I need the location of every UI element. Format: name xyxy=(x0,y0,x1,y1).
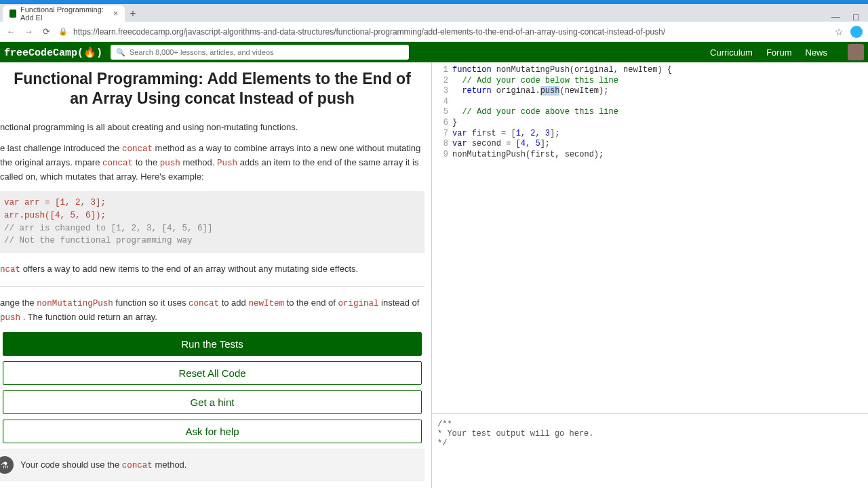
get-hint-button[interactable]: Get a hint xyxy=(3,390,422,414)
reload-icon[interactable]: ⟳ xyxy=(41,26,52,37)
code-example: var arr = [1, 2, 3]; arr.push([4, 5, 6])… xyxy=(0,191,425,253)
site-header: freeCodeCamp(🔥) 🔍 Curriculum Forum News xyxy=(0,42,868,62)
lock-icon: 🔒 xyxy=(58,27,68,36)
lesson-paragraph: ncat offers a way to add new items to th… xyxy=(0,262,425,277)
bookmark-star-icon[interactable]: ☆ xyxy=(835,26,844,37)
profile-icon[interactable] xyxy=(850,26,863,38)
flask-icon: ⚗ xyxy=(0,456,14,474)
page-title: Functional Programming: Add Elements to … xyxy=(0,69,425,117)
window-controls: — ◻ xyxy=(831,12,868,22)
test-item: ⚗Your code should use the concat method. xyxy=(0,449,425,481)
code-area[interactable]: function nonMutatingPush(original, newIt… xyxy=(452,65,868,413)
back-icon[interactable]: ← xyxy=(5,26,16,37)
tab-favicon xyxy=(9,9,16,18)
lesson-paragraph: nctional programming is all about creati… xyxy=(0,121,425,134)
line-gutter: 123456789 xyxy=(432,65,452,413)
code-editor[interactable]: 123456789 function nonMutatingPush(origi… xyxy=(432,62,868,413)
forward-icon[interactable]: → xyxy=(23,26,34,37)
close-icon[interactable]: × xyxy=(113,9,118,18)
test-item: ⚗Your code should not use the push metho… xyxy=(0,481,425,488)
brand-logo[interactable]: freeCodeCamp(🔥) xyxy=(4,46,102,59)
ask-help-button[interactable]: Ask for help xyxy=(3,420,422,443)
output-console: /** * Your test output will go here. */ xyxy=(432,413,868,488)
reset-code-button[interactable]: Reset All Code xyxy=(3,361,422,385)
lesson-paragraph: e last challenge introduced the concat m… xyxy=(0,142,425,183)
search-input[interactable] xyxy=(130,48,403,56)
lesson-paragraph: ange the nonMutatingPush function so it … xyxy=(0,296,425,325)
minimize-icon[interactable]: — xyxy=(831,12,840,22)
new-tab-button[interactable]: + xyxy=(125,5,141,22)
maximize-icon[interactable]: ◻ xyxy=(852,12,860,22)
address-bar: ← → ⟳ 🔒 https://learn.freecodecamp.org/j… xyxy=(0,22,868,42)
run-tests-button[interactable]: Run the Tests xyxy=(3,332,422,356)
url-text: https://learn.freecodecamp.org/javascrip… xyxy=(73,27,665,37)
test-list: ⚗Your code should use the concat method.… xyxy=(0,449,425,488)
nav-news[interactable]: News xyxy=(805,47,827,58)
search-icon: 🔍 xyxy=(116,48,125,57)
nav-curriculum[interactable]: Curriculum xyxy=(710,47,753,58)
tab-title: Functional Programming: Add El xyxy=(20,5,109,22)
browser-tab[interactable]: Functional Programming: Add El × xyxy=(3,5,125,22)
lesson-panel: Functional Programming: Add Elements to … xyxy=(0,62,431,488)
site-search[interactable]: 🔍 xyxy=(111,45,409,60)
avatar[interactable] xyxy=(848,44,864,60)
browser-tabbar: Functional Programming: Add El × + — ◻ xyxy=(0,4,868,22)
nav-forum[interactable]: Forum xyxy=(766,47,792,58)
url-box[interactable]: 🔒 https://learn.freecodecamp.org/javascr… xyxy=(58,27,828,37)
